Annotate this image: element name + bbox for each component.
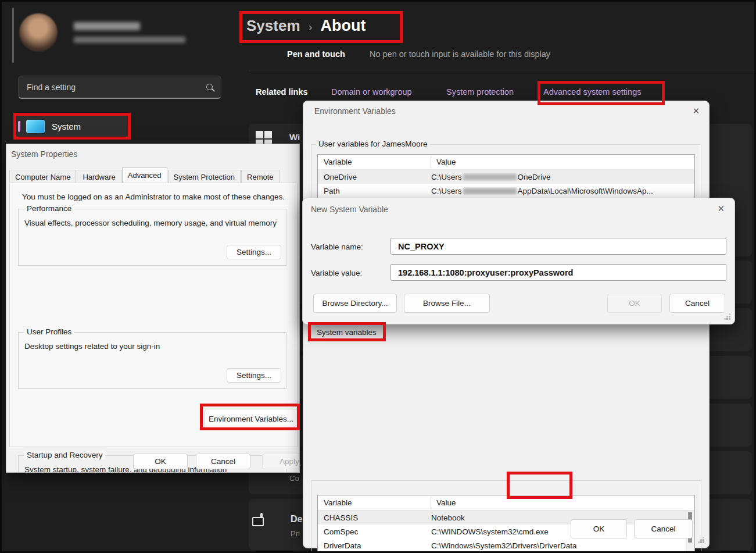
- dialog-title: New System Variable: [311, 205, 388, 214]
- tab-system-protection[interactable]: System Protection: [168, 170, 241, 183]
- tab-computer-name[interactable]: Computer Name: [9, 170, 76, 183]
- user-email-redacted: [74, 37, 185, 43]
- user-profiles-settings-button[interactable]: Settings...: [227, 368, 281, 383]
- cell-variable: Path: [318, 187, 431, 195]
- card-title-fragment: De: [291, 514, 302, 525]
- performance-settings-button[interactable]: Settings...: [227, 245, 281, 259]
- cancel-button[interactable]: Cancel: [634, 519, 693, 538]
- sidebar-item-label: System: [52, 122, 81, 131]
- column-value[interactable]: Value: [431, 498, 456, 507]
- avatar: [19, 13, 58, 52]
- column-variable[interactable]: Variable: [318, 498, 431, 507]
- table-row[interactable]: OneDrive C:\UsersOneDrive: [318, 170, 694, 184]
- search-input[interactable]: Find a setting: [18, 76, 221, 99]
- tab-advanced[interactable]: Advanced: [122, 167, 167, 183]
- table-row[interactable]: Path C:\UsersAppData\Local\Microsoft\Win…: [318, 184, 694, 198]
- advanced-tab-panel: You must be logged on as an Administrato…: [9, 183, 298, 447]
- group-title: Performance: [24, 204, 74, 213]
- pen-and-touch-value: No pen or touch input is available for t…: [370, 49, 550, 59]
- pen-and-touch-label: Pen and touch: [287, 49, 345, 59]
- system-variables-group-title: System variables: [314, 328, 379, 337]
- device-toolbox-icon: [260, 513, 263, 525]
- user-name-redacted: [74, 22, 140, 30]
- environment-variables-dialog: Environment Variables ✕ User variables f…: [303, 101, 710, 548]
- system-variables-group: Variable Value CHASSIS Notebook ComSpec …: [311, 480, 701, 553]
- close-icon[interactable]: ✕: [692, 106, 700, 115]
- windows-settings-screen: Find a setting System System › About Pen…: [0, 0, 756, 553]
- link-system-protection[interactable]: System protection: [446, 87, 514, 97]
- variable-name-input[interactable]: NC_PROXY: [390, 238, 726, 255]
- apply-button[interactable]: Apply: [262, 454, 300, 469]
- new-system-variable-dialog: New System Variable ✕ Variable name: NC_…: [302, 198, 735, 324]
- cell-value: C:\Windows\System32\Drivers\DriverData: [431, 541, 694, 550]
- user-profiles-group: User Profiles Desktop settings related t…: [18, 332, 286, 389]
- page-title: About: [321, 17, 366, 35]
- table-header[interactable]: Variable Value: [318, 495, 694, 511]
- group-title: User Profiles: [24, 327, 74, 336]
- column-variable[interactable]: Variable: [318, 158, 431, 166]
- admin-note: You must be logged on as an Administrato…: [22, 192, 285, 201]
- breadcrumb: System › About: [246, 17, 366, 35]
- dialog-title: Environment Variables: [314, 106, 396, 116]
- link-domain-or-workgroup[interactable]: Domain or workgroup: [331, 87, 412, 97]
- cell-variable: DriverData: [318, 541, 431, 550]
- cell-value: C:\UsersAppData\Local\Microsoft\WindowsA…: [431, 187, 694, 195]
- search-placeholder: Find a setting: [27, 83, 206, 92]
- ok-button[interactable]: OK: [133, 454, 188, 469]
- ok-button[interactable]: OK: [607, 294, 662, 313]
- dialog-title: System Properties: [11, 149, 77, 159]
- performance-group: Performance Visual effects, processor sc…: [18, 209, 286, 266]
- variable-value-input[interactable]: 192.168.1.1:1080:proxyuser:proxyPassword: [390, 264, 726, 281]
- cell-variable: OneDrive: [318, 173, 431, 181]
- cancel-button[interactable]: Cancel: [669, 294, 725, 313]
- tab-remote[interactable]: Remote: [241, 170, 280, 183]
- variable-value-label: Variable value:: [311, 269, 362, 277]
- cell-value: C:\UsersOneDrive: [431, 173, 694, 181]
- breadcrumb-section[interactable]: System: [246, 17, 300, 35]
- group-description: Desktop settings related to your sign-in: [24, 342, 160, 351]
- sidebar-item-system[interactable]: System: [15, 113, 131, 140]
- variable-name-label: Variable name:: [311, 242, 363, 251]
- cancel-button[interactable]: Cancel: [196, 454, 250, 469]
- active-accent-bar: [18, 121, 20, 132]
- table-row[interactable]: DriverData C:\Windows\System32\Drivers\D…: [318, 538, 694, 552]
- browse-file-button[interactable]: Browse File...: [404, 294, 490, 313]
- section-divider: [249, 70, 756, 70]
- ok-button[interactable]: OK: [571, 519, 627, 538]
- link-advanced-system-settings[interactable]: Advanced system settings: [543, 87, 641, 97]
- related-links-label: Related links: [256, 87, 307, 97]
- tab-hardware[interactable]: Hardware: [77, 170, 121, 183]
- close-icon[interactable]: ✕: [717, 204, 725, 213]
- card-title-fragment: Wi: [289, 132, 300, 142]
- cell-variable: ComSpec: [318, 527, 431, 536]
- redacted-path-segment: [463, 174, 517, 180]
- system-monitor-icon: [26, 120, 45, 133]
- browse-directory-button[interactable]: Browse Directory...: [313, 294, 397, 313]
- card-subtitle-fragment: Co: [289, 474, 299, 483]
- group-title: Startup and Recovery: [24, 451, 105, 459]
- system-properties-dialog: System Properties Computer Name Hardware…: [6, 144, 300, 473]
- column-value[interactable]: Value: [431, 158, 456, 166]
- resize-grip[interactable]: [729, 318, 730, 320]
- group-title: User variables for JamesMoore: [316, 140, 430, 148]
- breadcrumb-separator-icon: ›: [309, 20, 313, 34]
- environment-variables-button[interactable]: Environment Variables...: [205, 409, 298, 429]
- card-subtitle-fragment: Pri: [291, 529, 300, 538]
- redacted-path-segment: [463, 188, 517, 194]
- search-icon: [206, 84, 213, 90]
- group-description: Visual effects, processor scheduling, me…: [24, 219, 277, 227]
- resize-grip[interactable]: [703, 541, 704, 543]
- window-scrollbar[interactable]: [12, 8, 14, 63]
- tab-bar: Computer Name Hardware Advanced System P…: [9, 168, 280, 183]
- table-header[interactable]: Variable Value: [318, 155, 694, 170]
- cell-variable: CHASSIS: [318, 513, 431, 522]
